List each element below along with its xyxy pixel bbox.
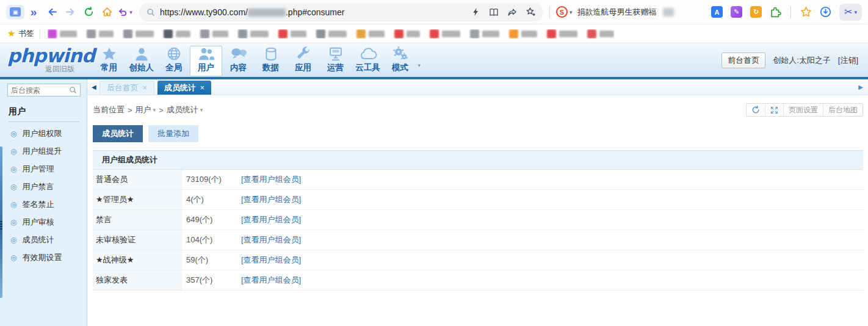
divider [790,6,791,18]
caret-down-icon: ▾ [200,107,203,113]
bookmark-item[interactable] [48,29,77,38]
reader-mode-icon[interactable] [489,7,499,17]
browser-app-icon[interactable]: ▣ [6,5,24,20]
sidebar-menu-item[interactable]: ◎ 用户审核 [0,213,87,231]
admin-nav-item[interactable]: 运营 [319,46,352,76]
bookmark-item[interactable] [123,29,154,38]
nav-icon [165,46,183,62]
blurred-bookmark-label [136,31,154,37]
sidebar-menu-item[interactable]: ◎ 有效期设置 [0,248,87,266]
admin-nav-item[interactable]: 模式 ▾ [384,46,416,76]
admin-nav-item[interactable]: 用户 [190,46,222,76]
sidebar-menu-item[interactable]: ◎ 用户禁言 [0,178,87,195]
bookmark-item[interactable] [87,29,114,38]
breadcrumb-item-member-stats[interactable]: 成员统计▾ [167,104,203,115]
bookmark-item[interactable] [394,29,420,38]
bookmark-item[interactable] [316,29,347,38]
bookmark-item[interactable] [430,29,460,38]
view-group-members-link[interactable]: [查看用户组会员] [241,170,301,189]
batch-add-button[interactable]: 批量添加 [148,125,198,142]
tab-close-icon[interactable]: × [143,84,147,92]
home-button[interactable] [98,3,116,21]
view-group-members-link[interactable]: [查看用户组会员] [241,270,301,290]
admin-nav-item[interactable]: 数据 [255,46,287,76]
front-home-button[interactable]: 前台首页 [722,53,765,68]
undo-history-button[interactable]: ▾ [116,3,134,21]
tab-close-icon[interactable]: × [200,84,204,92]
content-tab[interactable]: 成员统计 × [157,81,211,95]
refresh-button[interactable] [79,3,98,21]
bookmark-favicon [547,29,556,38]
back-button[interactable] [43,3,61,21]
member-count-cell: 104(个) [182,230,241,250]
blurred-bookmark-label [559,31,577,37]
bookmark-item[interactable] [356,29,385,38]
caret-down-icon: ▾ [418,62,421,68]
tab-label: 后台首页 [107,82,139,93]
bookmark-item[interactable] [164,29,190,38]
bookmark-item[interactable] [547,29,577,38]
forward-button[interactable] [61,3,79,21]
backend-map-button[interactable]: 后台地图 [823,104,863,116]
sidebar-menu-item[interactable]: ◎ 用户组提升 [0,142,87,160]
admin-nav-item[interactable]: 应用 [287,46,319,76]
sidebar-menu-item[interactable]: ◎ 成员统计 [0,231,87,248]
bookmark-item[interactable] [278,29,306,38]
admin-nav-item[interactable]: 常用 [93,46,125,76]
news-ticker[interactable]: S ▾ 捐款造航母男生获赠福 [556,6,674,18]
downloads-icon[interactable] [820,6,831,18]
nav-label: 云工具 [355,62,380,73]
view-group-members-link[interactable]: [查看用户组会员] [241,250,301,270]
tab-scroll-right-icon[interactable]: ▶ [858,84,863,90]
tab-scroll-left-icon[interactable]: ◀ [92,84,96,90]
bookmarks-bar: ★ 书签 [0,24,868,43]
search-input[interactable] [11,86,69,95]
caret-down-icon: ▾ [570,9,573,15]
table-row: ★管理员★ 4(个) [查看用户组会员] [93,190,863,210]
page-settings-button[interactable]: 页面设置 [783,104,823,116]
view-group-members-link[interactable]: [查看用户组会员] [241,210,301,230]
admin-nav-item[interactable]: 云工具 [352,46,384,76]
view-group-members-link[interactable]: [查看用户组会员] [241,190,301,209]
bookmark-add-icon[interactable] [526,7,536,17]
fullscreen-button[interactable] [765,104,783,116]
sidebar-menu-item[interactable]: ◎ 用户组权限 [0,125,87,142]
folder-sync-extension-icon[interactable]: ↻ [750,6,762,18]
backend-search-box[interactable] [7,84,81,96]
nav-label: 数据 [262,62,279,73]
view-group-members-link[interactable]: [查看用户组会员] [241,230,301,250]
address-bar[interactable]: https://www.ty900.com/.php#consumer [139,3,543,21]
page-refresh-button[interactable] [747,104,765,116]
action-buttons: 成员统计 批量添加 [87,117,868,142]
bookmark-item[interactable] [587,29,614,38]
browser-side-panel-handle[interactable] [0,147,2,298]
sogou-icon: S [556,6,568,18]
admin-nav-item[interactable]: 内容 [222,46,255,76]
overflow-chevrons-icon[interactable]: » [24,3,43,21]
share-icon[interactable] [507,7,517,17]
extensions-puzzle-icon[interactable] [770,6,781,18]
caret-down-icon: ▾ [854,9,857,15]
breadcrumb-item-users[interactable]: 用户▾ [136,104,156,115]
translate-extension-icon[interactable]: A [711,6,723,18]
bookmark-item[interactable] [509,29,537,38]
logout-link[interactable]: [注销] [838,55,858,66]
bookmark-item[interactable] [200,29,228,38]
phpwind-logo[interactable]: phpwind [7,46,93,65]
screenshot-tool-button[interactable]: ✂▾ [839,4,862,21]
bookmark-item[interactable] [470,29,499,38]
admin-nav-item[interactable]: 全局 [157,46,190,76]
content-tab[interactable]: 后台首页 × [99,81,154,95]
admin-nav-item[interactable]: 创始人 [125,46,157,76]
favorites-star-icon[interactable] [800,6,812,18]
table-body: 普通会员 73109(个) [查看用户组会员] ★管理员★ 4(个) [查看用户… [93,170,863,291]
founder-label: 创始人:太阳之子 [773,55,831,66]
sidebar-menu-item[interactable]: ◎ 用户管理 [0,160,87,178]
bookmark-item[interactable] [238,29,269,38]
sidebar-menu-item[interactable]: ◎ 签名禁止 [0,195,87,213]
blurred-bookmark-label [99,31,114,37]
tab-label: 成员统计 [164,82,196,93]
edit-extension-icon[interactable]: ✎ [731,6,742,18]
member-stats-button[interactable]: 成员统计 [93,125,143,142]
quick-action-bolt-icon[interactable] [471,7,480,16]
